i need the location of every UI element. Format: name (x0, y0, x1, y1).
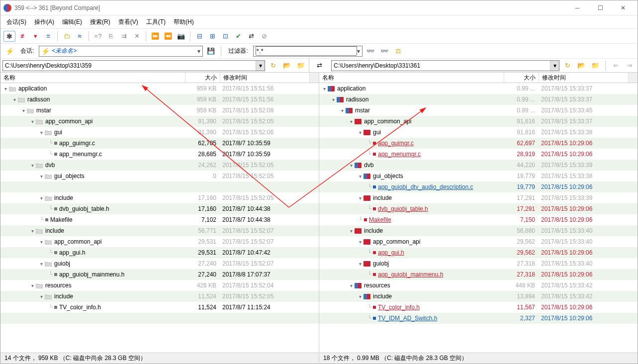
tree-row[interactable] (0, 313, 319, 324)
right-path-combo[interactable]: ▾ (331, 60, 559, 71)
sort-button[interactable]: ⊡ (219, 31, 231, 42)
expand-icon[interactable]: ▾ (38, 174, 44, 179)
left-reload-button[interactable]: ↻ (267, 60, 279, 71)
expand-icon[interactable]: ▾ (11, 97, 17, 102)
left-path-combo[interactable]: ▾ (2, 60, 265, 71)
tree-row[interactable]: ▾app_common_api91,6162017/8/15 15:33:37 (319, 116, 638, 127)
show-diff-button[interactable]: ≠ (16, 31, 28, 42)
tree-row[interactable]: └Makefile7,1502017/8/15 10:29:06 (319, 214, 638, 225)
tree-row[interactable]: └app_guimgr.c62,7052017/8/7 10:35:59 (0, 138, 319, 149)
copy-button[interactable]: ⎘ (105, 31, 117, 42)
tree-row[interactable]: ▾guiobj27,2402017/8/15 15:52:07 (0, 258, 319, 269)
expand-icon[interactable]: ▾ (38, 195, 44, 201)
stop-button[interactable]: ⊘ (258, 31, 270, 42)
right-col-date[interactable]: 修改时间 (539, 73, 629, 83)
tree-row[interactable]: ▾application959 KB2017/8/15 15:51:56 (0, 83, 319, 94)
expand-icon[interactable]: ▾ (330, 97, 336, 102)
tree-row[interactable]: ▾include17,2912017/8/15 15:33:39 (319, 192, 638, 203)
tree-row[interactable]: ▾gui_objects19,7792017/8/15 15:33:38 (319, 171, 638, 182)
tree-row[interactable]: ▾include11,5242017/8/15 15:52:05 (0, 291, 319, 302)
glasses-icon[interactable]: 👓 (365, 46, 376, 57)
collapse-all-button[interactable]: ⏪ (162, 31, 174, 42)
expand-icon[interactable]: ▾ (348, 119, 354, 124)
left-path-dropdown[interactable]: ▾ (256, 61, 265, 71)
expand-icon[interactable]: ▾ (348, 228, 354, 234)
expand-icon[interactable]: ▾ (29, 163, 35, 168)
menu-edit[interactable]: 编辑(E) (58, 16, 86, 28)
expand-icon[interactable]: ▾ (357, 261, 363, 267)
right-col-size[interactable]: 大小 (504, 73, 539, 83)
expand-icon[interactable]: ▾ (339, 108, 345, 113)
expand-icon[interactable]: ▾ (2, 86, 8, 91)
tree-row[interactable]: ▾mstar0.99 ...2017/8/15 15:33:45 (319, 105, 638, 116)
tree-row[interactable]: └TV_IDM_AD_Switch.h2,3272017/8/15 10:29:… (319, 313, 638, 324)
menu-search[interactable]: 搜索(R) (86, 16, 114, 28)
glasses-off-icon[interactable]: 👓 (378, 46, 390, 57)
expand-icon[interactable]: ▾ (321, 86, 327, 91)
close-button[interactable]: ✕ (612, 1, 635, 15)
tree-row[interactable]: ▾radisson0.99 ...2017/8/15 15:33:37 (319, 94, 638, 105)
tree-row[interactable]: └app_guiobj_mainmenu.h27,2402017/8/8 17:… (0, 269, 319, 280)
tree-row[interactable]: └dvb_guiobj_table.h17,2912017/8/15 10:29… (319, 203, 638, 214)
expand-icon[interactable]: ▾ (29, 228, 35, 234)
right-path-input[interactable] (332, 62, 550, 69)
tree-row[interactable]: └app_gui.h29,5312017/8/7 10:47:42 (0, 247, 319, 258)
expand-icon[interactable]: ▾ (357, 239, 363, 245)
tree-row[interactable]: └TV_color_info.h11,5672017/8/15 10:29:06 (319, 302, 638, 313)
left-up-button[interactable]: 📁 (295, 60, 307, 71)
tree-row[interactable]: ▾mstar959 KB2017/8/15 15:52:08 (0, 105, 319, 116)
move-button[interactable]: ⇉ (118, 31, 130, 42)
save-session-button[interactable]: 💾 (205, 46, 217, 57)
tree-row[interactable]: └app_menumgr.c28,9192017/8/15 10:29:06 (319, 149, 638, 160)
expand-icon[interactable]: ▾ (357, 130, 363, 135)
tree-row[interactable]: ▾guiobj27,3182017/8/15 15:33:40 (319, 258, 638, 269)
expand-icon[interactable]: ▾ (20, 108, 26, 113)
tree-row[interactable]: └dvb_guiobj_table.h17,1602017/8/7 10:44:… (0, 203, 319, 214)
filter-input[interactable] (256, 46, 357, 56)
columns-button[interactable]: ⊞ (206, 31, 218, 42)
compare-rule-button[interactable]: =? (92, 31, 104, 42)
expand-icon[interactable]: ▾ (357, 195, 363, 201)
tree-row[interactable]: ▾application0.99 ...2017/8/15 15:33:37 (319, 83, 638, 94)
left-browse-button[interactable]: 📂 (281, 60, 293, 71)
right-reload-button[interactable]: ↻ (561, 60, 573, 71)
swap-sides-button[interactable]: ⇄ (313, 60, 325, 71)
right-browse-button[interactable]: 📂 (575, 60, 587, 71)
left-tree-pane[interactable]: ▾application959 KB2017/8/15 15:51:56▾rad… (0, 83, 319, 353)
expand-icon[interactable]: ▾ (357, 294, 363, 299)
nav-fwd-button[interactable]: ⇒ (624, 60, 636, 71)
tree-row[interactable]: └app_gui.h29,5622017/8/15 10:29:06 (319, 247, 638, 258)
maximize-button[interactable]: ☐ (589, 1, 612, 15)
left-col-date[interactable]: 修改时间 (220, 73, 310, 83)
expand-icon[interactable]: ▾ (348, 163, 354, 168)
tree-row[interactable]: └app_guimgr.c62,6972017/8/15 10:29:06 (319, 138, 638, 149)
expand-icon[interactable]: ▾ (348, 283, 354, 288)
tree-row[interactable]: ▾gui91,6162017/8/15 15:33:38 (319, 127, 638, 138)
expand-icon[interactable]: ▾ (29, 283, 35, 288)
tree-row[interactable]: └app_guiobj_mainmenu.h27,3182017/8/15 10… (319, 269, 638, 280)
show-same-button[interactable]: = (42, 31, 54, 42)
tree-row[interactable]: ▾app_common_api91,3902017/8/15 15:52:05 (0, 116, 319, 127)
tree-row[interactable]: ▾include13,8942017/8/15 15:33:42 (319, 291, 638, 302)
expand-icon[interactable]: ▾ (29, 119, 35, 124)
refresh-button[interactable]: ✔ (232, 31, 244, 42)
tree-row[interactable]: ▾radisson959 KB2017/8/15 15:51:56 (0, 94, 319, 105)
expand-all-button[interactable]: ⏩ (149, 31, 161, 42)
tree-row[interactable]: ▾include56,8802017/8/15 15:33:40 (319, 225, 638, 236)
expand-icon[interactable]: ▾ (38, 294, 44, 299)
expand-icon[interactable]: ▾ (38, 261, 44, 267)
show-diff-minor-button[interactable]: ▾ (29, 31, 41, 42)
left-col-size[interactable]: 大小 (185, 73, 220, 83)
tree-row[interactable]: ▾app_common_api29,5312017/8/15 15:52:07 (0, 236, 319, 247)
filter-combo[interactable]: ▾ (253, 46, 363, 57)
tree-row[interactable]: ▾resources448 KB2017/8/15 15:33:42 (319, 280, 638, 291)
tree-row[interactable]: └Makefile7,1022017/8/7 10:44:38 (0, 214, 319, 225)
session-combo[interactable]: ⚡ <未命名> ▾ (39, 46, 203, 57)
tree-row[interactable]: ▾gui_objects02017/8/15 15:52:05 (0, 171, 319, 182)
tree-row[interactable]: ▾dvb44,2202017/8/15 15:33:39 (319, 160, 638, 171)
right-up-button[interactable]: 📁 (589, 60, 601, 71)
tree-row[interactable]: ▾resources426 KB2017/8/15 15:52:04 (0, 280, 319, 291)
snapshot-button[interactable]: 📷 (175, 31, 187, 42)
bolt-icon[interactable]: ⚡ (3, 46, 15, 57)
right-path-dropdown[interactable]: ▾ (550, 61, 559, 71)
